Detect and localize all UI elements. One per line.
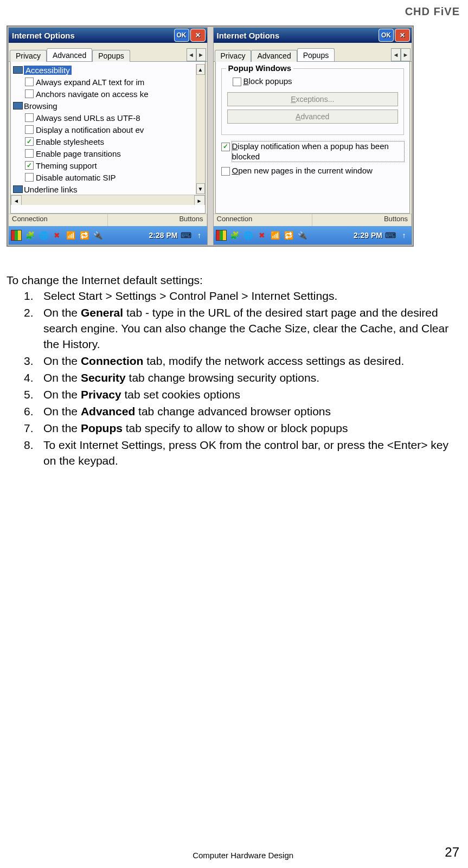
tabbar-left: Privacy Advanced Popups ◄ ► <box>9 43 207 62</box>
tab-scroll-right[interactable]: ► <box>196 48 206 61</box>
tab-privacy[interactable]: Privacy <box>10 50 47 62</box>
tray-icon[interactable]: ✖ <box>257 230 267 241</box>
start-icon[interactable] <box>11 230 22 241</box>
tree-group-accessibility[interactable]: Accessibility <box>24 66 72 75</box>
screenshot-figure: Internet Options OK ✕ Privacy Advanced P… <box>7 25 414 247</box>
tab-scroll-left[interactable]: ◄ <box>391 48 401 61</box>
tree-item[interactable]: Disable automatic SIP <box>36 173 116 182</box>
scroll-up-icon[interactable]: ▲ <box>196 64 205 75</box>
taskbar-clock: 2:28 PM <box>149 231 178 240</box>
softkey-buttons[interactable]: Buttons <box>312 214 412 226</box>
softkey-connection[interactable]: Connection <box>214 214 313 226</box>
scroll-right-icon[interactable]: ► <box>194 195 205 205</box>
vertical-scrollbar[interactable]: ▲ ▼ <box>196 64 205 194</box>
checkbox[interactable] <box>25 125 34 134</box>
step-1: Select Start > Settings > Control Panel … <box>43 288 461 305</box>
tray-icon[interactable]: 🔁 <box>284 230 294 241</box>
step-8: To exit Internet Settings, press OK from… <box>43 438 461 470</box>
tab-advanced[interactable]: Advanced <box>47 48 92 61</box>
tab-popups[interactable]: Popups <box>297 48 335 61</box>
step-5: On the Privacy tab set cookies options <box>43 387 461 404</box>
folder-icon <box>13 185 23 194</box>
open-new-pages-label: Open new pages in the current window <box>232 166 373 176</box>
checkbox-display-notification[interactable] <box>221 143 230 151</box>
tree-item[interactable]: Always expand ALT text for im <box>36 78 144 87</box>
softkey-bar: Connection Buttons <box>214 214 412 226</box>
tab-popups[interactable]: Popups <box>92 50 130 62</box>
window-title: Internet Options <box>12 31 75 40</box>
tabbar-right: Privacy Advanced Popups ◄ ► <box>214 43 412 62</box>
tray-icon[interactable]: 📶 <box>65 230 76 241</box>
page-footer: Computer Hardware Design 27 <box>0 845 468 860</box>
checkbox[interactable] <box>25 113 34 122</box>
titlebar-right: Internet Options OK ✕ <box>214 28 412 43</box>
popups-panel: Popup Windows Block popups Exceptions...… <box>215 62 411 214</box>
checkbox[interactable] <box>25 78 34 86</box>
softkey-connection[interactable]: Connection <box>9 214 108 226</box>
tree-item[interactable]: Display a notification about ev <box>36 125 144 134</box>
tree-item[interactable]: Enable stylesheets <box>36 137 104 146</box>
tree-item[interactable]: Theming support <box>36 161 97 170</box>
checkbox[interactable] <box>25 173 34 182</box>
taskbar-right: 🧩 🌐 ✖ 📶 🔁 🔌 2:29 PM ⌨ ↑ <box>214 226 412 245</box>
tray-icon[interactable]: 🔌 <box>92 230 103 241</box>
settings-tree[interactable]: Accessibility Always expand ALT text for… <box>11 64 205 205</box>
step-7: On the Popups tab specify to allow to sh… <box>43 421 461 438</box>
tree-group-browsing[interactable]: Browsing <box>24 101 57 111</box>
popup-windows-group: Popup Windows Block popups Exceptions...… <box>221 68 405 135</box>
start-icon[interactable] <box>216 230 227 241</box>
tray-icon[interactable]: 🧩 <box>229 230 240 241</box>
display-notification-label: Display notification when a popup has be… <box>232 142 405 162</box>
tree-item[interactable]: Always send URLs as UTF-8 <box>36 113 140 123</box>
close-button[interactable]: ✕ <box>395 29 410 42</box>
sip-icon[interactable]: ⌨ <box>181 230 191 241</box>
titlebar-left: Internet Options OK ✕ <box>9 28 207 43</box>
softkey-bar: Connection Buttons <box>9 214 207 226</box>
menu-up-icon[interactable]: ↑ <box>194 230 205 241</box>
step-6: On the Advanced tab change advanced brow… <box>43 404 461 421</box>
advanced-button[interactable]: Advanced <box>227 110 399 124</box>
horizontal-scrollbar[interactable]: ◄ ► <box>11 195 205 205</box>
step-3: On the Connection tab, modify the networ… <box>43 353 461 370</box>
close-button[interactable]: ✕ <box>190 29 206 42</box>
checkbox-checked[interactable] <box>25 137 34 146</box>
tray-icon[interactable]: 🔁 <box>79 230 89 241</box>
checkbox-open-new-pages[interactable] <box>221 167 230 176</box>
folder-icon <box>13 66 23 74</box>
tray-icon[interactable]: 🌐 <box>243 230 254 241</box>
advanced-panel: Accessibility Always expand ALT text for… <box>10 62 206 214</box>
checkbox-checked[interactable] <box>25 161 34 170</box>
scroll-left-icon[interactable]: ◄ <box>11 195 22 205</box>
folder-icon <box>13 101 23 110</box>
tab-advanced[interactable]: Advanced <box>251 50 297 62</box>
exceptions-button[interactable]: Exceptions... <box>227 92 399 106</box>
scroll-down-icon[interactable]: ▼ <box>196 183 205 194</box>
tray-icon[interactable]: 🌐 <box>38 230 49 241</box>
page-number: 27 <box>445 845 459 860</box>
step-2: On the General tab - type in the URL of … <box>43 305 461 353</box>
tab-scroll-right[interactable]: ► <box>401 48 411 61</box>
tab-scroll-left[interactable]: ◄ <box>187 48 196 61</box>
group-title: Popup Windows <box>226 63 294 73</box>
tree-group-underline[interactable]: Underline links <box>24 185 77 194</box>
tray-icon[interactable]: ✖ <box>52 230 62 241</box>
step-4: On the Security tab change browsing secu… <box>43 370 461 387</box>
tree-item[interactable]: Enable page transitions <box>36 149 121 158</box>
ok-button[interactable]: OK <box>174 29 189 42</box>
sip-icon[interactable]: ⌨ <box>385 230 396 241</box>
checkbox-block-popups[interactable] <box>233 78 241 86</box>
ok-button[interactable]: OK <box>379 29 394 42</box>
tray-icon[interactable]: 🧩 <box>24 230 35 241</box>
tray-icon[interactable]: 📶 <box>270 230 281 241</box>
taskbar-left: 🧩 🌐 ✖ 📶 🔁 🔌 2:28 PM ⌨ ↑ <box>9 226 207 245</box>
tab-privacy[interactable]: Privacy <box>215 50 252 62</box>
checkbox[interactable] <box>25 149 34 158</box>
tray-icon[interactable]: 🔌 <box>297 230 308 241</box>
softkey-buttons[interactable]: Buttons <box>108 214 207 226</box>
block-popups-label: Block popups <box>243 76 292 87</box>
tree-item[interactable]: Anchors navigate on access ke <box>36 89 149 99</box>
instructions-intro: To change the Internet default settings: <box>7 273 461 288</box>
menu-up-icon[interactable]: ↑ <box>399 230 409 241</box>
checkbox[interactable] <box>25 89 34 98</box>
instructions-text: To change the Internet default settings:… <box>7 273 461 470</box>
